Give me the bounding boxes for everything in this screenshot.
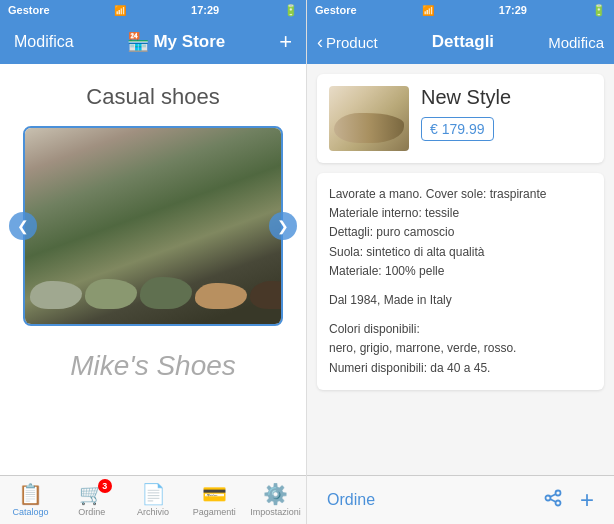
tab-ordine[interactable]: 🛒 3 Ordine (61, 483, 122, 517)
desc-separator-2 (329, 310, 592, 320)
category-title: Casual shoes (86, 84, 219, 110)
right-panel: Gestore 📶 17:29 🔋 ‹ Product Dettagli Mod… (307, 0, 614, 524)
right-carrier: Gestore (315, 4, 357, 16)
modifica-button[interactable]: Modifica (14, 33, 74, 51)
tab-pagamenti-label: Pagamenti (193, 507, 236, 517)
left-time: 17:29 (191, 4, 219, 16)
carousel-right-button[interactable]: ❯ (269, 212, 297, 240)
product-description-text: Lavorate a mano. Cover sole: traspirante… (329, 185, 592, 378)
archivio-icon: 📄 (141, 482, 166, 506)
left-wifi-icon: 📶 (114, 5, 126, 16)
tab-archivio[interactable]: 📄 Archivio (122, 483, 183, 517)
tab-catalogo[interactable]: 📋 Catalogo (0, 483, 61, 517)
back-chevron-icon: ‹ (317, 32, 323, 53)
desc-line-1: Materiale interno: tessile (329, 204, 592, 223)
order-button[interactable]: Ordine (327, 491, 375, 509)
right-content: New Style € 179.99 Lavorate a mano. Cove… (307, 64, 614, 475)
left-tab-bar: 📋 Catalogo 🛒 3 Ordine 📄 Archivio 💳 Pagam… (0, 475, 306, 524)
desc-line-4: Materiale: 100% pelle (329, 262, 592, 281)
tab-archivio-label: Archivio (137, 507, 169, 517)
pagamenti-icon: 💳 (202, 482, 227, 506)
add-button[interactable]: + (279, 29, 292, 55)
edit-button[interactable]: Modifica (548, 34, 604, 51)
shoe-4 (195, 283, 247, 309)
tab-impostazioni-icon-wrap: ⚙️ (261, 483, 289, 505)
share-button[interactable] (542, 486, 564, 514)
carousel-shoes-image (25, 128, 281, 324)
tab-ordine-icon-wrap: 🛒 3 (78, 483, 106, 505)
tab-pagamenti-icon-wrap: 💳 (200, 483, 228, 505)
svg-point-1 (555, 490, 560, 495)
left-status-bar: Gestore 📶 17:29 🔋 (0, 0, 306, 20)
catalogo-icon: 📋 (18, 482, 43, 506)
right-bottom-bar: Ordine + (307, 475, 614, 524)
shoe-thumbnail-shape (334, 113, 404, 143)
shoe-3 (140, 277, 192, 309)
svg-point-0 (545, 495, 550, 500)
store-icon: 🏪 (127, 31, 149, 53)
back-label: Product (326, 34, 378, 51)
right-status-bar: Gestore 📶 17:29 🔋 (307, 0, 614, 20)
right-battery-icon: 🔋 (592, 4, 606, 17)
tab-ordine-label: Ordine (78, 507, 105, 517)
desc-line-3: Suola: sintetico di alta qualità (329, 243, 592, 262)
product-price: € 179.99 (421, 117, 494, 141)
shoe-silhouettes (30, 277, 283, 309)
shoe-5 (250, 281, 283, 309)
right-title: Dettagli (432, 32, 494, 52)
right-wifi-icon: 📶 (422, 5, 434, 16)
right-status-icons: 📶 (422, 5, 434, 16)
app-title-text: My Store (153, 32, 225, 52)
desc-line-6: Dal 1984, Made in Italy (329, 291, 592, 310)
right-time: 17:29 (499, 4, 527, 16)
right-header: ‹ Product Dettagli Modifica (307, 20, 614, 64)
shoe-carousel (23, 126, 283, 326)
desc-line-8: Colori disponibili: (329, 320, 592, 339)
tab-impostazioni-label: Impostazioni (250, 507, 301, 517)
desc-line-10: Numeri disponibili: da 40 a 45. (329, 359, 592, 378)
impostazioni-icon: ⚙️ (263, 482, 288, 506)
desc-line-2: Dettagli: puro camoscio (329, 223, 592, 242)
left-content: Casual shoes ❮ ❯ Mike's Shoes (0, 64, 306, 475)
app-title: 🏪 My Store (127, 31, 225, 53)
shoe-1 (30, 281, 82, 309)
tab-pagamenti[interactable]: 💳 Pagamenti (184, 483, 245, 517)
tab-catalogo-icon-wrap: 📋 (17, 483, 45, 505)
ordine-badge: 3 (98, 479, 112, 493)
left-battery-icon: 🔋 (284, 4, 298, 17)
right-bottom-icons: + (542, 486, 594, 514)
product-name: New Style (421, 86, 592, 109)
desc-line-9: nero, grigio, marrone, verde, rosso. (329, 339, 592, 358)
product-card: New Style € 179.99 (317, 74, 604, 163)
desc-separator-1 (329, 281, 592, 291)
product-image (329, 86, 409, 151)
product-description: Lavorate a mano. Cover sole: traspirante… (317, 173, 604, 390)
tab-impostazioni[interactable]: ⚙️ Impostazioni (245, 483, 306, 517)
left-status-icons: 📶 (114, 5, 126, 16)
shop-name: Mike's Shoes (70, 350, 236, 382)
desc-line-0: Lavorate a mano. Cover sole: traspirante (329, 185, 592, 204)
tab-archivio-icon-wrap: 📄 (139, 483, 167, 505)
left-panel: Gestore 📶 17:29 🔋 Modifica 🏪 My Store + … (0, 0, 307, 524)
share-icon (542, 487, 564, 509)
carousel-container: ❮ ❯ (23, 126, 283, 326)
shoe-2 (85, 279, 137, 309)
add-product-button[interactable]: + (580, 486, 594, 514)
svg-point-2 (555, 500, 560, 505)
left-carrier: Gestore (8, 4, 50, 16)
product-info: New Style € 179.99 (421, 86, 592, 141)
carousel-left-button[interactable]: ❮ (9, 212, 37, 240)
tab-catalogo-label: Catalogo (13, 507, 49, 517)
product-thumbnail (329, 86, 409, 151)
back-button[interactable]: ‹ Product (317, 32, 378, 53)
left-header: Modifica 🏪 My Store + (0, 20, 306, 64)
